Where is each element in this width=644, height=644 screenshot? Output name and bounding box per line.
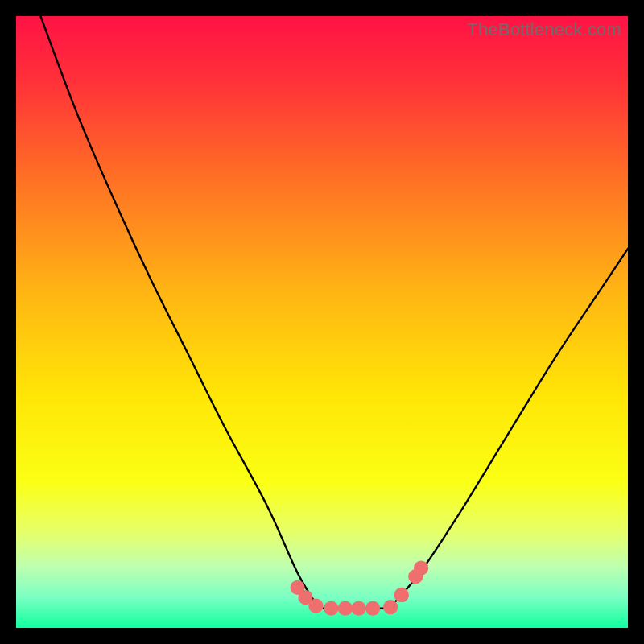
series-left-limb: [40, 16, 319, 609]
marker-dot: [351, 601, 365, 616]
marker-dot: [394, 588, 409, 602]
series-group: [40, 16, 628, 609]
chart-curves: [16, 16, 628, 628]
marker-dot: [414, 560, 428, 575]
watermark-text: TheBottleneck.com: [467, 19, 621, 40]
marker-dot: [383, 600, 398, 614]
marker-dot: [338, 601, 353, 616]
plot-area: TheBottleneck.com: [16, 16, 628, 628]
series-right-limb: [390, 249, 628, 609]
marker-dot: [365, 601, 380, 616]
marker-dot: [308, 599, 323, 613]
chart-frame: TheBottleneck.com: [16, 16, 628, 628]
marker-dot: [324, 601, 338, 616]
